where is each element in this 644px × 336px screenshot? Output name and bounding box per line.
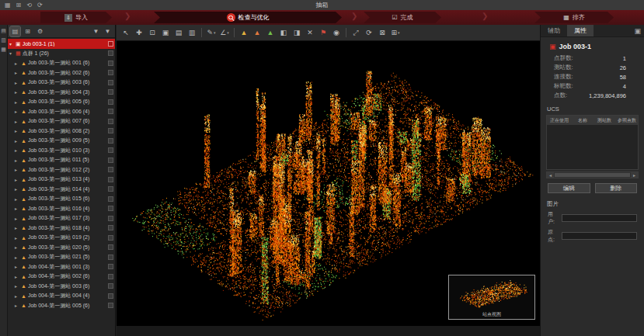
pen-icon[interactable]: ✎▾ xyxy=(205,26,218,40)
scroll-left-icon[interactable]: ◂ xyxy=(547,172,554,178)
visibility-toggle[interactable] xyxy=(108,61,113,66)
visibility-toggle[interactable] xyxy=(108,255,113,260)
expander-icon[interactable]: ▸ xyxy=(15,216,19,221)
expander-icon[interactable]: ▸ xyxy=(15,274,19,279)
tab-properties[interactable]: 属性 xyxy=(567,25,594,36)
visibility-toggle[interactable] xyxy=(108,216,113,221)
marker-green-icon[interactable]: ▲ xyxy=(264,26,277,40)
origin-field[interactable] xyxy=(562,232,637,240)
pin-icon[interactable]: ⚑ xyxy=(317,26,329,40)
grid-view-icon[interactable]: ⊞▾ xyxy=(389,26,402,40)
zoom-window-icon[interactable]: ⊡ xyxy=(146,26,158,40)
expander-icon[interactable]: ▸ xyxy=(15,119,19,124)
save-icon[interactable]: ⊞ xyxy=(16,0,22,10)
visibility-toggle[interactable] xyxy=(108,177,113,182)
expander-icon[interactable]: ▸ xyxy=(15,177,19,182)
camera-icon[interactable]: ▣ xyxy=(159,26,172,40)
tree-item-station[interactable]: ▸▲Job 004-第一测站 002 (6) xyxy=(8,272,115,282)
expander-icon[interactable]: ▸ xyxy=(15,70,19,75)
snapshot-icon[interactable]: ▤ xyxy=(172,26,185,40)
tree-item-pointcloud-group[interactable]: ▾▦点群 1 (26) xyxy=(8,49,115,59)
eraser-icon[interactable]: ◧ xyxy=(277,26,290,40)
tree-view-icon[interactable]: ▤ xyxy=(10,26,20,36)
visibility-toggle[interactable] xyxy=(108,128,113,133)
visibility-toggle[interactable] xyxy=(108,99,113,105)
display-mode-icon[interactable]: ▥ xyxy=(186,26,198,40)
tree-item-station[interactable]: ▸▲Job 004-第一测站 001 (3) xyxy=(8,262,115,272)
visibility-toggle[interactable] xyxy=(108,225,113,230)
visibility-toggle[interactable] xyxy=(108,80,113,85)
tree-item-station[interactable]: ▸▲Job 003-第一测站 015 (6) xyxy=(8,194,115,204)
visibility-toggle[interactable] xyxy=(108,70,113,75)
visibility-toggle[interactable] xyxy=(108,41,113,47)
visibility-toggle[interactable] xyxy=(108,109,113,114)
tree-item-station[interactable]: ▸▲Job 003-第一测站 011 (5) xyxy=(8,155,115,165)
tree-item-station[interactable]: ▸▲Job 003-第一测站 014 (4) xyxy=(8,185,115,195)
visibility-toggle[interactable] xyxy=(108,50,113,56)
expander-icon[interactable]: ▾ xyxy=(9,50,14,56)
layers-panel-icon[interactable]: ▥ xyxy=(1,37,6,43)
tree-item-station[interactable]: ▸▲Job 003-第一测站 004 (3) xyxy=(8,88,115,98)
scroll-right-icon[interactable]: ▸ xyxy=(631,172,638,178)
link-view-icon[interactable]: ⊞ xyxy=(23,26,33,36)
expander-icon[interactable]: ▸ xyxy=(15,244,19,250)
minimap-canvas[interactable] xyxy=(449,275,534,311)
3d-viewport[interactable]: 站点视图 xyxy=(117,41,540,326)
measure-angle-icon[interactable]: ∠▾ xyxy=(218,26,231,40)
expander-icon[interactable]: ▸ xyxy=(15,80,19,85)
expander-icon[interactable]: ▸ xyxy=(15,196,19,202)
visibility-toggle[interactable] xyxy=(108,89,113,95)
visibility-toggle[interactable] xyxy=(108,196,113,202)
views-panel-icon[interactable]: ▦ xyxy=(1,47,6,52)
step-check-optimize[interactable]: 检查与优化 xyxy=(154,12,342,23)
tab-auxiliary[interactable]: 辅助 xyxy=(541,25,567,36)
visibility-toggle[interactable] xyxy=(108,293,113,299)
expander-icon[interactable]: ▸ xyxy=(15,235,19,241)
tree-item-station[interactable]: ▸▲Job 003-第一测站 020 (5) xyxy=(8,243,115,253)
step-import[interactable]: ⇩ 导入 xyxy=(40,12,112,23)
marker-orange-icon[interactable]: ▲ xyxy=(251,26,263,40)
tree-item-station[interactable]: ▸▲Job 003-第一测站 012 (2) xyxy=(8,165,115,175)
user-field[interactable] xyxy=(562,214,637,222)
tree-item-station[interactable]: ▸▲Job 004-第一测站 005 (6) xyxy=(8,301,115,311)
tree-item-station[interactable]: ▸▲Job 003-第一测站 002 (6) xyxy=(8,68,115,78)
visibility-toggle[interactable] xyxy=(108,119,113,124)
tree-item-station[interactable]: ▸▲Job 003-第一测站 010 (3) xyxy=(8,146,115,156)
tree-item-station[interactable]: ▸▲Job 003-第一测站 005 (6) xyxy=(8,97,115,107)
expander-icon[interactable]: ▸ xyxy=(15,255,19,260)
tree-item-station[interactable]: ▸▲Job 003-第一测站 021 (5) xyxy=(8,252,115,262)
expander-icon[interactable]: ▸ xyxy=(15,109,19,114)
app-menu-icon[interactable]: ▦ xyxy=(5,0,11,10)
ucs-table-body[interactable] xyxy=(547,125,638,169)
expander-icon[interactable]: ▸ xyxy=(15,186,19,192)
panel-layout-icon[interactable]: ▣ xyxy=(631,25,644,36)
tree-item-station[interactable]: ▸▲Job 003-第一测站 016 (4) xyxy=(8,204,115,214)
delete-icon[interactable]: ✕ xyxy=(304,26,316,40)
filter-stations-icon[interactable]: ▼ xyxy=(91,26,101,36)
tree-item-station[interactable]: ▸▲Job 003-第一测站 003 (6) xyxy=(8,78,115,88)
tree-item-station[interactable]: ▸▲Job 004-第一测站 003 (6) xyxy=(8,282,115,292)
expander-icon[interactable]: ▸ xyxy=(15,99,19,105)
expander-icon[interactable]: ▸ xyxy=(15,283,19,289)
edit-button[interactable]: 编辑 xyxy=(548,183,590,193)
visibility-toggle[interactable] xyxy=(108,235,113,241)
expander-icon[interactable]: ▸ xyxy=(15,61,19,66)
tree-item-station[interactable]: ▸▲Job 003-第一测站 019 (2) xyxy=(8,233,115,243)
expander-icon[interactable]: ▸ xyxy=(15,138,19,144)
visibility-toggle[interactable] xyxy=(108,206,113,211)
marker-yellow-icon[interactable]: ▲ xyxy=(238,26,250,40)
expander-icon[interactable]: ▾ xyxy=(9,41,14,47)
fit-view-icon[interactable]: ⤢ xyxy=(350,26,362,40)
step-align[interactable]: ▦ 排齐 xyxy=(534,12,614,23)
expander-icon[interactable]: ▸ xyxy=(15,293,19,299)
tree-item-job[interactable]: ▾▣Job 003-1 (1) xyxy=(8,39,115,49)
expander-icon[interactable]: ▸ xyxy=(15,303,19,308)
visibility-toggle[interactable] xyxy=(108,147,113,153)
rotate-view-icon[interactable]: ⟳ xyxy=(363,26,375,40)
tree-item-station[interactable]: ▸▲Job 003-第一测站 009 (5) xyxy=(8,136,115,146)
section-icon[interactable]: ⊠ xyxy=(376,26,388,40)
visibility-toggle[interactable] xyxy=(108,283,113,289)
visibility-toggle[interactable] xyxy=(108,186,113,192)
expander-icon[interactable]: ▸ xyxy=(15,89,19,95)
filter-links-icon[interactable]: ▼ xyxy=(103,26,113,36)
